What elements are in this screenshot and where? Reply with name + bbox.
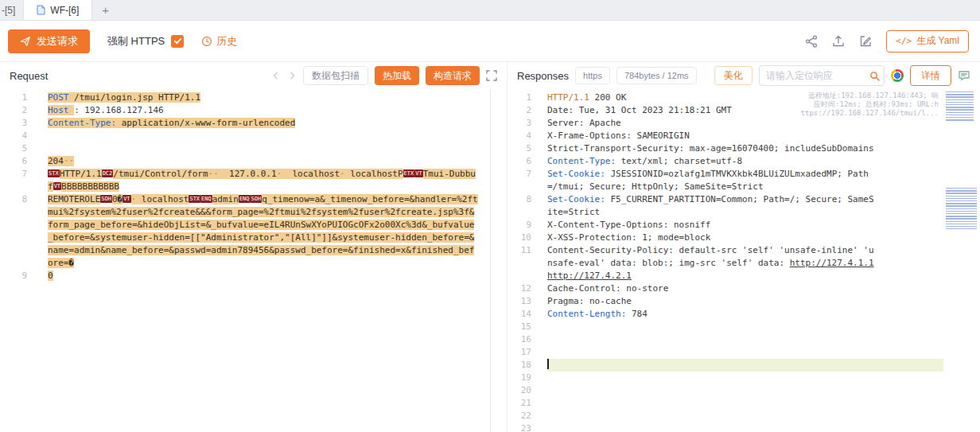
line-content: STXHTTP/1.1DC2/tmui/Control/form·· 127.0…	[48, 168, 507, 193]
code-line-8[interactable]: 8Set-Cookie: F5_CURRENT_PARTITION=Common…	[508, 193, 980, 219]
response-editor[interactable]: 1HTTP/1.1 200 OK2Date: Tue, 31 Oct 2023 …	[508, 89, 980, 432]
code-line-13[interactable]: 13Pragma: no-cache	[508, 295, 980, 308]
line-number: 5	[508, 142, 531, 155]
code-line-6[interactable]: 6204··	[0, 155, 507, 168]
generate-yaml-button[interactable]: </> 生成 Yaml	[886, 30, 969, 53]
tab-previous[interactable]: -[5]	[0, 0, 23, 20]
code-line-19[interactable]: 19	[508, 372, 980, 384]
line-number: 9	[0, 270, 27, 282]
minimap-block-mid	[946, 188, 977, 229]
code-line-7[interactable]: 7STXHTTP/1.1DC2/tmui/Control/form·· 127.…	[0, 168, 507, 193]
code-line-21[interactable]: 21	[508, 397, 980, 410]
fuzzer-main: Request 数据包扫描 热加载 构造请求 1P	[0, 62, 980, 432]
code-token: http://127.4.1.1	[790, 258, 874, 268]
code-token: Host	[48, 105, 69, 115]
control-char-badge: VT	[122, 195, 130, 203]
construct-request-button[interactable]: 构造请求	[426, 66, 480, 85]
code-line-8[interactable]: 8REMOTEROLESOH0�VT· localhostSTXENQadmin…	[0, 193, 507, 270]
history-button[interactable]: 历史	[201, 34, 237, 49]
code-line-3[interactable]: 3Content-Type: application/x-www-form-ur…	[0, 117, 507, 130]
code-line-9[interactable]: 90	[0, 270, 507, 282]
details-button[interactable]: 详情	[910, 65, 951, 86]
code-line-15[interactable]: 15	[508, 321, 980, 333]
code-token: Pragma: no-cache	[547, 296, 632, 306]
search-input[interactable]	[760, 70, 865, 81]
edit-button[interactable]	[859, 35, 872, 48]
code-line-3[interactable]: 3Server: Apache	[508, 117, 980, 130]
code-line-2[interactable]: 2Date: Tue, 31 Oct 2023 21:18:21 GMT	[508, 104, 980, 117]
code-line-2[interactable]: 2Host : 192.168.127.146	[0, 104, 507, 117]
code-line-10[interactable]: 10X-XSS-Protection: 1; mode=block	[508, 232, 980, 244]
code-line-4[interactable]: 4X-Frame-Options: SAMEORIGIN	[508, 130, 980, 142]
line-number: 6	[0, 155, 27, 168]
beautify-button[interactable]: 美化	[714, 66, 752, 85]
chevron-right-icon[interactable]	[287, 71, 297, 80]
code-line-5[interactable]: 5Strict-Transport-Security: max-age=1607…	[508, 142, 980, 155]
tab-active[interactable]: WF-[6]	[23, 0, 92, 20]
chevron-left-icon[interactable]	[271, 71, 281, 80]
code-line-6[interactable]: 6Content-Type: text/xml; charset=utf-8	[508, 155, 980, 168]
code-line-18[interactable]: 18	[508, 359, 980, 372]
feedback-button[interactable]	[958, 69, 970, 82]
force-https-toggle[interactable]: 强制 HTTPS	[107, 34, 184, 49]
code-line-1[interactable]: 1HTTP/1.1 200 OK	[508, 91, 980, 104]
tab-bar: -[5] WF-[6] +	[0, 0, 980, 21]
code-line-16[interactable]: 16	[508, 333, 980, 346]
export-button[interactable]	[832, 35, 845, 48]
hot-reload-button[interactable]: 热加载	[375, 66, 419, 85]
protocol-badge: https	[575, 67, 610, 84]
code-token: text/xml; charset=utf-8	[616, 156, 742, 166]
line-content: Cache-Control: no-store	[547, 282, 980, 295]
line-content: Pragma: no-cache	[547, 295, 980, 308]
line-content	[547, 372, 980, 384]
share-button[interactable]	[805, 35, 818, 48]
line-content: Set-Cookie: JSESSIONID=ozlafg1mTMVKXkbk4…	[547, 168, 980, 193]
code-line-20[interactable]: 20	[508, 384, 980, 397]
line-content: Host : 192.168.127.146	[48, 104, 507, 117]
line-content: X-Content-Type-Options: nosniff	[547, 219, 980, 232]
code-line-12[interactable]: 12Cache-Control: no-store	[508, 282, 980, 295]
code-line-23[interactable]: 23	[508, 422, 980, 432]
minimap[interactable]	[943, 89, 980, 432]
packet-scan-button[interactable]: 数据包扫描	[303, 66, 368, 85]
force-https-checkbox[interactable]	[171, 35, 184, 48]
request-editor[interactable]: 1POST /tmui/login.jsp HTTP/1.12Host : 19…	[0, 89, 507, 432]
generate-yaml-label: 生成 Yaml	[916, 34, 959, 48]
line-number: 8	[508, 193, 531, 219]
line-number: 19	[508, 372, 531, 384]
code-token: localhost	[282, 169, 340, 179]
share-icon	[805, 35, 818, 48]
code-line-9[interactable]: 9X-Content-Type-Options: nosniff	[508, 219, 980, 232]
line-content: X-Frame-Options: SAMEORIGIN	[547, 130, 980, 142]
code-line-5[interactable]: 5	[0, 142, 507, 155]
code-token: q_timenow=a&_timenow_before=&handler=%2f…	[48, 194, 478, 268]
code-token: ··	[64, 156, 74, 166]
request-scrollbar[interactable]	[490, 89, 491, 432]
tab-active-label: WF-[6]	[50, 5, 79, 16]
response-title: Responses	[517, 70, 569, 82]
chrome-icon[interactable]	[891, 69, 904, 82]
line-number: 8	[0, 193, 27, 270]
code-line-1[interactable]: 1POST /tmui/login.jsp HTTP/1.1	[0, 91, 507, 104]
line-content: POST /tmui/login.jsp HTTP/1.1	[48, 91, 507, 104]
code-line-14[interactable]: 14Content-Length: 784	[508, 308, 980, 321]
code-line-22[interactable]: 22	[508, 410, 980, 422]
code-token: Date: Tue, 31 Oct 2023 21:18:21 GMT	[547, 105, 732, 115]
code-line-17[interactable]: 17	[508, 346, 980, 359]
code-line-4[interactable]: 4	[0, 130, 507, 142]
code-token: /tmui/login.jsp HTTP/1.1	[69, 92, 201, 103]
line-number: 6	[508, 155, 531, 168]
fullscreen-icon[interactable]	[486, 70, 497, 81]
code-line-7[interactable]: 7Set-Cookie: JSESSIONID=ozlafg1mTMVKXkbk…	[508, 168, 980, 193]
new-tab-button[interactable]: +	[92, 0, 119, 20]
line-number: 2	[0, 104, 27, 117]
code-token: X-XSS-Protection: 1; mode=block	[547, 232, 710, 243]
send-request-button[interactable]: 发送请求	[8, 29, 90, 53]
search-icon[interactable]	[865, 66, 884, 85]
control-char-badge: SOH	[100, 195, 112, 203]
line-number: 3	[0, 117, 27, 130]
line-content	[547, 333, 980, 346]
code-token: Set-Cookie:	[547, 169, 605, 179]
code-line-11[interactable]: 11Content-Security-Policy: default-src '…	[508, 244, 980, 282]
code-token: ·	[340, 169, 345, 179]
